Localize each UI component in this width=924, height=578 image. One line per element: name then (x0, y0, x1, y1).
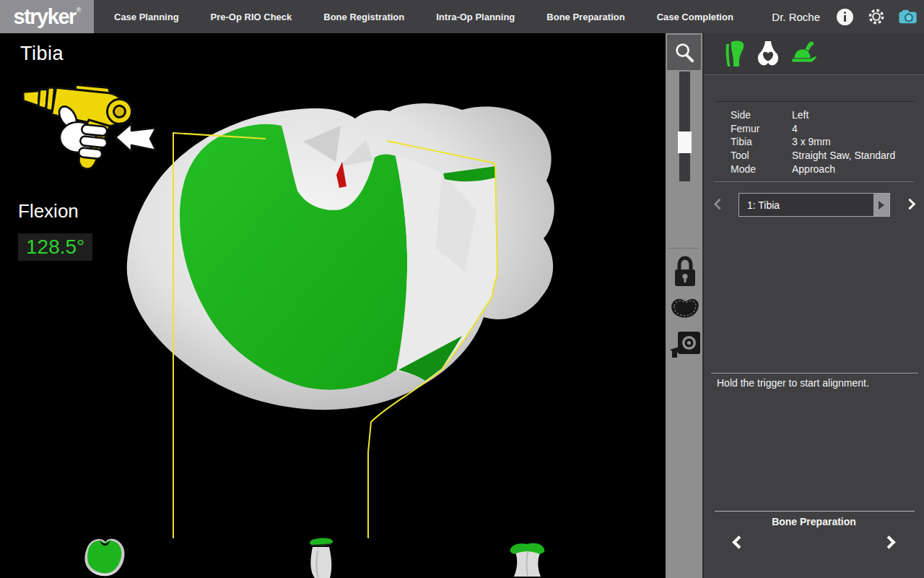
tab-intra-op-planning[interactable]: Intra-Op Planning (436, 12, 515, 22)
workflow-tabs: Case Planning Pre-Op RIO Check Bone Regi… (94, 0, 733, 33)
surgical-3d-viewport[interactable]: Tibia Flexion 128.5° (0, 33, 666, 578)
zoom-slider-thumb[interactable] (678, 131, 692, 153)
tab-bone-preparation[interactable]: Bone Preparation (546, 12, 624, 22)
camera-icon[interactable] (898, 7, 918, 27)
info-row-mode: Mode Approach (731, 162, 895, 176)
info-row-side: Side Left (731, 108, 895, 122)
strip-divider (668, 248, 699, 249)
tab-case-planning[interactable]: Case Planning (114, 12, 179, 22)
zoom-slider[interactable] (679, 72, 690, 181)
cut-selector: 1: Tibia (704, 193, 924, 217)
trigger-arrow-icon (116, 124, 156, 152)
zoom-button[interactable] (667, 35, 701, 70)
ct-scanner-icon (668, 329, 702, 361)
thumbnail-front-view[interactable] (510, 543, 544, 577)
tab-pre-op-rio-check[interactable]: Pre-Op RIO Check (211, 12, 292, 22)
surgeon-name: Dr. Roche (772, 11, 820, 23)
divider (715, 101, 915, 102)
lock-icon (672, 256, 698, 289)
view-lock-button[interactable] (666, 256, 704, 289)
case-info-table: Side Left Femur 4 Tibia 3 x 9mm Tool Str… (731, 108, 895, 176)
stryker-logo: stryker ® (0, 0, 94, 33)
drill-trigger-icon (14, 74, 159, 181)
flexion-value: 128.5° (18, 233, 92, 261)
cut-dropdown[interactable]: 1: Tibia (738, 193, 890, 217)
bone-cross-section-button[interactable] (666, 295, 704, 321)
femur-icon[interactable] (757, 40, 780, 69)
next-phase-chevron-icon[interactable] (882, 535, 895, 548)
thumbnail-side-view[interactable] (310, 538, 333, 578)
magnifier-icon (673, 41, 696, 64)
thumbnail-axial-view[interactable] (84, 539, 124, 576)
info-row-tibia: Tibia 3 x 9mm (731, 135, 895, 149)
next-cut-chevron-icon[interactable] (905, 199, 916, 210)
info-row-femur: Femur 4 (731, 122, 895, 136)
info-row-tool: Tool Straight Saw, Standard (731, 149, 895, 163)
tab-case-completion[interactable]: Case Completion (657, 12, 733, 22)
settings-gear-icon[interactable] (866, 7, 886, 27)
previous-phase-chevron-icon[interactable] (732, 535, 745, 548)
phase-label: Bone Preparation (704, 516, 924, 527)
instruction-message: Hold the trigger to start alignment. (717, 377, 869, 389)
procedure-panel: Side Left Femur 4 Tibia 3 x 9mm Tool Str… (704, 33, 924, 578)
dropdown-arrow-icon (879, 201, 884, 210)
logo-registered-mark: ® (77, 7, 82, 14)
dropdown-expand-button[interactable] (873, 194, 889, 216)
logo-text: stryker (14, 5, 76, 29)
tab-bone-registration[interactable]: Bone Registration (323, 12, 404, 22)
viewport-bone-title: Tibia (20, 43, 64, 65)
cut-dropdown-value: 1: Tibia (739, 199, 873, 211)
saw-on-bone-icon[interactable] (790, 41, 818, 67)
bone-icon-header (704, 33, 924, 75)
previous-cut-chevron-icon[interactable] (714, 199, 725, 210)
divider (715, 181, 915, 182)
tibia-icon[interactable] (724, 40, 746, 69)
top-right-cluster: Dr. Roche (772, 0, 918, 33)
divider (711, 373, 918, 374)
divider (715, 511, 915, 512)
bone-cross-section-icon (668, 295, 702, 321)
top-bar: stryker ® Case Planning Pre-Op RIO Check… (0, 0, 924, 33)
flexion-label: Flexion (18, 200, 79, 223)
info-icon[interactable] (834, 7, 855, 27)
ct-scanner-button[interactable] (666, 329, 704, 361)
view-tool-strip (666, 33, 704, 578)
